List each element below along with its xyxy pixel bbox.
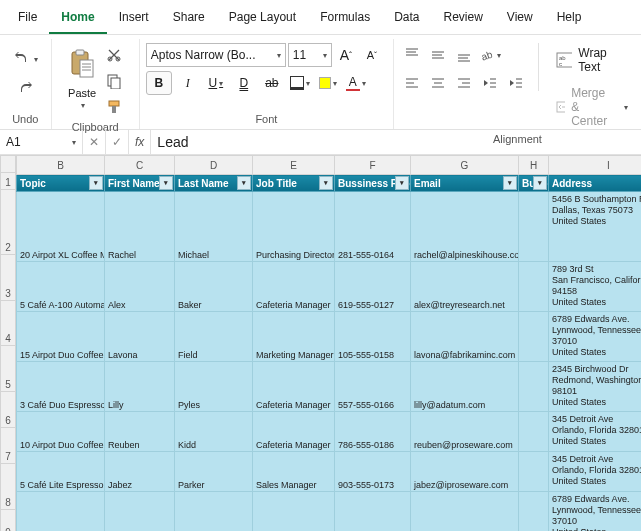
align-center-button[interactable] <box>426 71 450 95</box>
cell[interactable]: Cafeteria Manager <box>253 262 335 312</box>
cell[interactable]: 105-555-0158 <box>335 312 411 362</box>
row-header[interactable]: 8 <box>0 464 16 510</box>
table-header-cell[interactable]: Address▾ <box>549 175 642 192</box>
menu-home[interactable]: Home <box>49 4 106 34</box>
cell[interactable]: Pyles <box>175 362 253 412</box>
menu-insert[interactable]: Insert <box>107 4 161 34</box>
cell[interactable] <box>519 262 549 312</box>
cell[interactable]: 423-555-0124 <box>335 492 411 532</box>
column-header[interactable]: E <box>253 156 335 175</box>
column-header[interactable]: C <box>105 156 175 175</box>
table-header-cell[interactable]: Email▾ <box>411 175 519 192</box>
align-bottom-button[interactable] <box>452 43 476 67</box>
cell[interactable]: 789 3rd StSan Francisco, California94158… <box>549 262 642 312</box>
cell[interactable]: Alex <box>105 262 175 312</box>
chevron-down-icon[interactable]: ▾ <box>81 101 85 110</box>
italic-button[interactable]: I <box>176 71 200 95</box>
fill-color-button[interactable]: ▾ <box>316 71 340 95</box>
formula-input[interactable]: Lead <box>151 130 641 154</box>
fx-label[interactable]: fx <box>129 130 151 154</box>
align-middle-button[interactable] <box>426 43 450 67</box>
paste-button[interactable] <box>64 43 100 85</box>
undo-button[interactable]: ▾ <box>11 47 39 71</box>
cell[interactable]: Jabez <box>105 452 175 492</box>
menu-help[interactable]: Help <box>545 4 594 34</box>
filter-dropdown-icon[interactable]: ▾ <box>395 176 409 190</box>
cell[interactable]: 345 Detroit AveOrlando, Florida 32801Uni… <box>549 412 642 452</box>
select-all-corner[interactable] <box>0 155 16 173</box>
cell[interactable]: 5 Café A-100 Automatic <box>17 262 105 312</box>
grow-font-button[interactable]: Aˆ <box>334 43 358 67</box>
cell[interactable]: 5 Café Lite Espresso Machin <box>17 452 105 492</box>
cell[interactable]: 6789 Edwards Ave.Lynnwood, Tennessee 370… <box>549 492 642 532</box>
cell[interactable] <box>519 412 549 452</box>
name-box[interactable]: A1▾ <box>0 130 83 154</box>
underline-button[interactable]: U▾ <box>204 71 228 95</box>
cell[interactable]: Michael <box>175 192 253 262</box>
table-header-cell[interactable]: Job Title▾ <box>253 175 335 192</box>
shrink-font-button[interactable]: Aˇ <box>360 43 384 67</box>
cell[interactable]: 557-555-0166 <box>335 362 411 412</box>
cell[interactable]: Kidd <box>175 412 253 452</box>
cell[interactable]: Parker <box>175 452 253 492</box>
cell[interactable]: 903-555-0173 <box>335 452 411 492</box>
cell[interactable]: 281-555-0164 <box>335 192 411 262</box>
cell[interactable] <box>519 452 549 492</box>
cell[interactable]: Winford <box>105 492 175 532</box>
cell[interactable]: 2345 Birchwood DrRedmond, Washington9810… <box>549 362 642 412</box>
row-header[interactable]: 9 <box>0 510 16 531</box>
wrap-text-button[interactable]: abc Wrap Text <box>549 43 635 77</box>
cell[interactable]: Lavona <box>105 312 175 362</box>
menu-share[interactable]: Share <box>161 4 217 34</box>
table-header-cell[interactable]: First Name▾ <box>105 175 175 192</box>
cell[interactable]: lilly@adatum.com <box>411 362 519 412</box>
cell[interactable]: Cafeteria Manager <box>253 362 335 412</box>
cell[interactable]: winford@fabrikaminc.com <box>411 492 519 532</box>
menu-review[interactable]: Review <box>432 4 495 34</box>
cell[interactable]: 6789 Edwards Ave.Lynnwood, Tennessee 370… <box>549 312 642 362</box>
cell[interactable]: rachel@alpineskihouse.com <box>411 192 519 262</box>
enter-formula-button[interactable]: ✓ <box>106 130 129 154</box>
align-left-button[interactable] <box>400 71 424 95</box>
menu-file[interactable]: File <box>6 4 49 34</box>
menu-view[interactable]: View <box>495 4 545 34</box>
table-header-cell[interactable]: Budget▾ <box>519 175 549 192</box>
cell[interactable] <box>519 492 549 532</box>
row-header[interactable]: 6 <box>0 392 16 428</box>
font-size-select[interactable]: 11▾ <box>288 43 332 67</box>
cell[interactable]: Asher <box>175 492 253 532</box>
merge-center-button[interactable]: Merge & Center ▾ <box>549 83 635 131</box>
table-header-cell[interactable]: Bussiness Phone▾ <box>335 175 411 192</box>
decrease-indent-button[interactable] <box>478 71 502 95</box>
menu-data[interactable]: Data <box>382 4 431 34</box>
row-header[interactable]: 7 <box>0 428 16 464</box>
orientation-button[interactable]: ab▾ <box>478 43 502 67</box>
cell[interactable]: 5456 B Southampton RdDallas, Texas 75073… <box>549 192 642 262</box>
borders-button[interactable]: ▾ <box>288 71 312 95</box>
font-color-button[interactable]: A▾ <box>344 71 368 95</box>
filter-dropdown-icon[interactable]: ▾ <box>533 176 547 190</box>
cell[interactable]: Rachel <box>105 192 175 262</box>
bold-button[interactable]: B <box>146 71 172 95</box>
cell[interactable]: Reuben <box>105 412 175 452</box>
align-right-button[interactable] <box>452 71 476 95</box>
cut-button[interactable] <box>102 43 126 67</box>
redo-button[interactable] <box>11 77 39 101</box>
filter-dropdown-icon[interactable]: ▾ <box>159 176 173 190</box>
cell[interactable] <box>519 192 549 262</box>
cell[interactable]: alex@treyresearch.net <box>411 262 519 312</box>
double-underline-button[interactable]: D <box>232 71 256 95</box>
cell[interactable]: lavona@fabrikaminc.com <box>411 312 519 362</box>
filter-dropdown-icon[interactable]: ▾ <box>89 176 103 190</box>
align-top-button[interactable] <box>400 43 424 67</box>
cell[interactable]: Purchasing Director <box>253 192 335 262</box>
cell[interactable]: 786-555-0186 <box>335 412 411 452</box>
row-header[interactable]: 1 <box>0 173 16 190</box>
cell[interactable] <box>519 312 549 362</box>
row-header[interactable]: 5 <box>0 346 16 392</box>
font-name-select[interactable]: Aptos Narrow (Bo...▾ <box>146 43 286 67</box>
column-header[interactable]: B <box>17 156 105 175</box>
cell[interactable]: Baker <box>175 262 253 312</box>
row-header[interactable]: 3 <box>0 255 16 301</box>
cell[interactable] <box>519 362 549 412</box>
